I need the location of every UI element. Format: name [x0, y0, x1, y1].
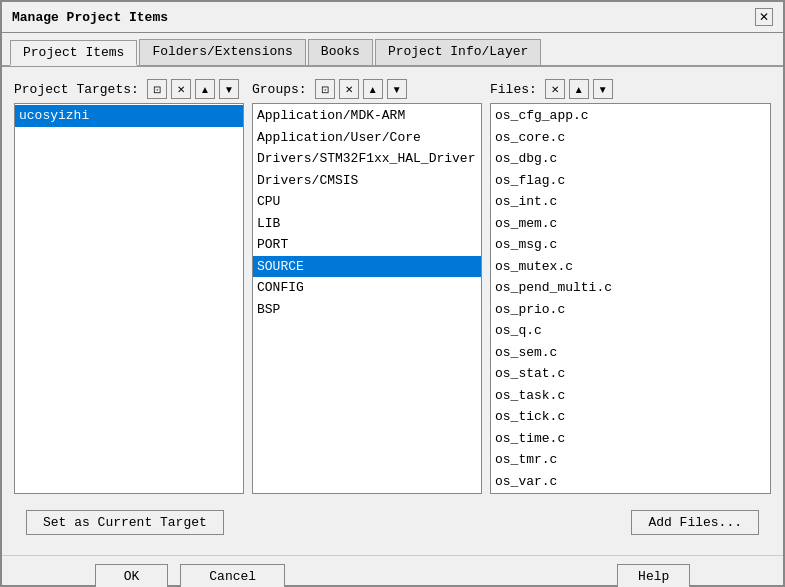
list-item[interactable]: PORT	[253, 234, 481, 256]
tabs-bar: Project Items Folders/Extensions Books P…	[2, 33, 783, 67]
targets-list[interactable]: ucosyizhi	[14, 103, 244, 494]
footer: OK Cancel Help	[2, 555, 783, 587]
groups-list[interactable]: Application/MDK-ARM Application/User/Cor…	[252, 103, 482, 494]
targets-delete-icon: ✕	[177, 84, 185, 95]
ok-button[interactable]: OK	[95, 564, 169, 587]
groups-down-icon: ▼	[392, 84, 402, 95]
groups-delete-icon: ✕	[345, 84, 353, 95]
left-actions: Set as Current Target	[26, 510, 224, 535]
files-header: Files: ✕ ▲ ▼	[490, 79, 771, 99]
list-item[interactable]: os_task.c	[491, 385, 770, 407]
targets-up-button[interactable]: ▲	[195, 79, 215, 99]
list-item[interactable]: SOURCE	[253, 256, 481, 278]
files-delete-button[interactable]: ✕	[545, 79, 565, 99]
groups-label: Groups:	[252, 82, 307, 97]
list-item[interactable]: os_tmr.c	[491, 449, 770, 471]
files-down-icon: ▼	[598, 84, 608, 95]
tab-folders-extensions[interactable]: Folders/Extensions	[139, 39, 305, 65]
targets-panel: Project Targets: ⊡ ✕ ▲ ▼ ucosyizhi	[14, 79, 244, 494]
files-label: Files:	[490, 82, 537, 97]
help-button[interactable]: Help	[617, 564, 690, 587]
list-item[interactable]: os_tick.c	[491, 406, 770, 428]
cancel-button[interactable]: Cancel	[180, 564, 285, 587]
groups-down-button[interactable]: ▼	[387, 79, 407, 99]
right-actions: Add Files...	[631, 510, 759, 535]
list-item[interactable]: os_pend_multi.c	[491, 277, 770, 299]
list-item[interactable]: os_dbg.c	[491, 148, 770, 170]
list-item[interactable]: os_cfg_app.c	[491, 105, 770, 127]
tab-books[interactable]: Books	[308, 39, 373, 65]
list-item[interactable]: os_stat.c	[491, 363, 770, 385]
list-item[interactable]: os_mutex.c	[491, 256, 770, 278]
main-content: Project Targets: ⊡ ✕ ▲ ▼ ucosyizhi	[2, 67, 783, 555]
list-item[interactable]: LIB	[253, 213, 481, 235]
list-item[interactable]: os_var.c	[491, 471, 770, 493]
targets-label: Project Targets:	[14, 82, 139, 97]
files-up-button[interactable]: ▲	[569, 79, 589, 99]
files-delete-icon: ✕	[551, 84, 559, 95]
list-item[interactable]: os_mem.c	[491, 213, 770, 235]
list-item[interactable]: Drivers/STM32F1xx_HAL_Driver	[253, 148, 481, 170]
files-panel: Files: ✕ ▲ ▼ os_cfg_app.c os_core.c os_d…	[490, 79, 771, 494]
list-item[interactable]: CPU	[253, 191, 481, 213]
targets-down-button[interactable]: ▼	[219, 79, 239, 99]
list-item[interactable]: os_int.c	[491, 191, 770, 213]
tab-project-items[interactable]: Project Items	[10, 40, 137, 66]
list-item[interactable]: Application/User/Core	[253, 127, 481, 149]
groups-new-button[interactable]: ⊡	[315, 79, 335, 99]
targets-header: Project Targets: ⊡ ✕ ▲ ▼	[14, 79, 244, 99]
list-item[interactable]: os_time.c	[491, 428, 770, 450]
groups-up-icon: ▲	[368, 84, 378, 95]
groups-panel: Groups: ⊡ ✕ ▲ ▼ Application/MDK-ARM	[252, 79, 482, 494]
groups-delete-button[interactable]: ✕	[339, 79, 359, 99]
groups-header: Groups: ⊡ ✕ ▲ ▼	[252, 79, 482, 99]
list-item[interactable]: CONFIG	[253, 277, 481, 299]
list-item[interactable]: os_sem.c	[491, 342, 770, 364]
targets-delete-button[interactable]: ✕	[171, 79, 191, 99]
list-item[interactable]: os_core.c	[491, 127, 770, 149]
add-files-button[interactable]: Add Files...	[631, 510, 759, 535]
title-bar: Manage Project Items ✕	[2, 2, 783, 33]
groups-new-icon: ⊡	[321, 84, 329, 95]
files-list[interactable]: os_cfg_app.c os_core.c os_dbg.c os_flag.…	[490, 103, 771, 494]
action-bar: Set as Current Target Add Files...	[14, 502, 771, 543]
files-down-button[interactable]: ▼	[593, 79, 613, 99]
dialog-title: Manage Project Items	[12, 10, 168, 25]
set-current-target-button[interactable]: Set as Current Target	[26, 510, 224, 535]
tab-project-info-layer[interactable]: Project Info/Layer	[375, 39, 541, 65]
list-item[interactable]: os_msg.c	[491, 234, 770, 256]
targets-new-button[interactable]: ⊡	[147, 79, 167, 99]
manage-project-items-dialog: Manage Project Items ✕ Project Items Fol…	[0, 0, 785, 587]
list-item[interactable]: Drivers/CMSIS	[253, 170, 481, 192]
targets-up-icon: ▲	[200, 84, 210, 95]
list-item[interactable]: Application/MDK-ARM	[253, 105, 481, 127]
panels-row: Project Targets: ⊡ ✕ ▲ ▼ ucosyizhi	[14, 79, 771, 494]
targets-new-icon: ⊡	[153, 84, 161, 95]
list-item[interactable]: os_prio.c	[491, 299, 770, 321]
close-button[interactable]: ✕	[755, 8, 773, 26]
files-up-icon: ▲	[574, 84, 584, 95]
list-item[interactable]: ucosyizhi	[15, 105, 243, 127]
list-item[interactable]: BSP	[253, 299, 481, 321]
groups-up-button[interactable]: ▲	[363, 79, 383, 99]
targets-down-icon: ▼	[224, 84, 234, 95]
list-item[interactable]: os_q.c	[491, 320, 770, 342]
list-item[interactable]: os_flag.c	[491, 170, 770, 192]
